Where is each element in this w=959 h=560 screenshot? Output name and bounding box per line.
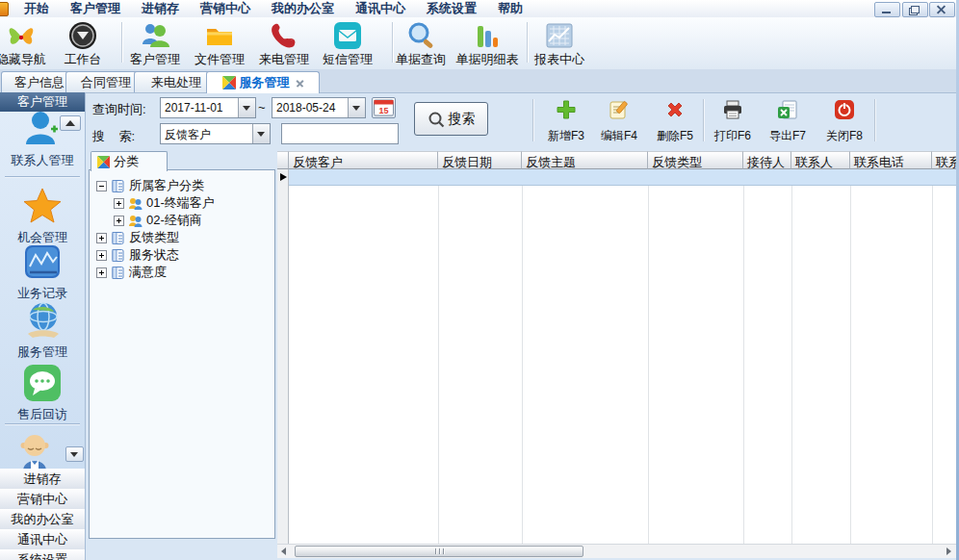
printer-icon <box>721 98 744 121</box>
column-header-contact-truncated[interactable]: 联系 <box>932 151 959 169</box>
selected-empty-row[interactable] <box>289 169 956 186</box>
column-header-feedback-type[interactable]: 反馈类型 <box>648 151 743 169</box>
main-toolbar: 隐藏导航 工作台 客户管理 文件管理 来电管理 短信管理 单据查询 <box>0 17 959 69</box>
phone-icon <box>269 20 299 51</box>
toolbar-doc-detail-button[interactable]: 单据明细表 <box>451 20 524 66</box>
contact-person-icon <box>21 108 64 150</box>
toolbar-customer-mgmt-button[interactable]: 客户管理 <box>125 20 185 66</box>
menu-item-communication[interactable]: 通讯中心 <box>345 0 416 17</box>
bar-chart-icon <box>472 20 503 51</box>
toolbar-separator <box>121 22 123 63</box>
star-icon <box>21 185 64 227</box>
folder-icon <box>204 20 235 51</box>
tab-service-mgmt[interactable]: 服务管理 <box>206 71 320 93</box>
expand-icon[interactable] <box>114 198 124 209</box>
navigation-sidebar: 客户管理 联系人管理 机会管理 业务记录 服务管理 售后回访 进销存 <box>0 92 86 560</box>
sidebar-group-header-marketing[interactable]: 营销中心 <box>0 489 85 510</box>
results-grid-background <box>277 151 956 544</box>
close-form-button[interactable]: 关闭F8 <box>820 98 868 144</box>
scrollbar-thumb[interactable] <box>295 546 583 557</box>
toolbar-sms-button[interactable]: 短信管理 <box>318 20 377 66</box>
dropdown-arrow-icon[interactable] <box>252 124 270 143</box>
calendar-picker-button[interactable]: 15 <box>372 97 396 118</box>
svg-text:15: 15 <box>378 106 388 115</box>
toolbar-workbench-button[interactable]: 工作台 <box>53 20 113 66</box>
sidebar-group-header-inventory[interactable]: 进销存 <box>0 469 85 490</box>
tree-node-customer-category[interactable]: 所属客户分类 <box>96 177 204 194</box>
menu-bar: 开始 客户管理 进销存 营销中心 我的办公室 通讯中心 系统设置 帮助 <box>0 0 959 18</box>
category-list-icon <box>111 266 125 280</box>
search-label: 搜 索: <box>92 128 135 145</box>
menu-item-system-settings[interactable]: 系统设置 <box>416 0 487 17</box>
search-field-combobox[interactable]: 反馈客户 <box>160 123 271 144</box>
dropdown-arrow-icon[interactable] <box>238 98 255 117</box>
tree-tab-category[interactable]: 分类 <box>91 151 168 171</box>
search-keyword-input[interactable] <box>281 123 399 144</box>
magnifier-icon <box>405 20 436 51</box>
toolbar-report-center-button[interactable]: 报表中心 <box>530 20 589 66</box>
sidebar-item-business-records[interactable]: 业务记录 <box>0 241 85 302</box>
toolbar-incoming-call-button[interactable]: 来电管理 <box>254 20 314 66</box>
sidebar-scroll-down-button[interactable] <box>65 446 84 462</box>
expand-icon[interactable] <box>96 267 107 278</box>
scroll-right-button[interactable] <box>942 545 956 558</box>
menu-item-marketing[interactable]: 营销中心 <box>190 0 261 17</box>
column-header-feedback-subject[interactable]: 反馈主题 <box>522 151 648 169</box>
column-header-receptionist[interactable]: 接待人 <box>743 151 791 169</box>
print-button[interactable]: 打印F6 <box>709 98 757 144</box>
dropdown-arrow-icon[interactable] <box>348 98 365 117</box>
customers-icon <box>140 20 170 51</box>
expand-icon[interactable] <box>96 250 107 261</box>
menu-item-inventory[interactable]: 进销存 <box>131 0 190 17</box>
restore-button[interactable] <box>902 2 928 17</box>
sidebar-group-header-communication[interactable]: 通讯中心 <box>0 529 85 550</box>
colorful-pinwheel-icon <box>97 156 110 168</box>
sidebar-item-after-sales-callback[interactable]: 售后回访 <box>0 362 85 423</box>
menu-item-customer-mgmt[interactable]: 客户管理 <box>60 0 131 17</box>
menu-item-my-office[interactable]: 我的办公室 <box>261 0 345 17</box>
category-list-icon <box>111 179 125 193</box>
tree-node-feedback-type[interactable]: 反馈类型 <box>96 229 179 246</box>
sidebar-group-header-my-office[interactable]: 我的办公室 <box>0 509 85 530</box>
tree-node-terminal-customers[interactable]: 01-终端客户 <box>114 194 215 212</box>
category-list-icon <box>111 231 125 245</box>
expand-icon[interactable] <box>96 233 107 243</box>
query-time-label: 查询时间: <box>92 101 146 118</box>
toolbar-doc-query-button[interactable]: 单据查询 <box>390 20 452 66</box>
search-button[interactable]: 搜索 <box>414 102 488 136</box>
tree-node-satisfaction[interactable]: 满意度 <box>96 264 167 281</box>
sidebar-group-header-system-settings[interactable]: 系统设置 <box>0 549 85 560</box>
column-header-contact[interactable]: 联系人 <box>791 151 850 169</box>
clock-icon <box>67 20 98 51</box>
edit-button[interactable]: 编辑F4 <box>595 98 643 144</box>
export-button[interactable]: 导出F7 <box>764 98 812 144</box>
delete-button[interactable]: 删除F5 <box>651 98 699 144</box>
menu-item-start[interactable]: 开始 <box>13 0 60 17</box>
minimize-button[interactable] <box>874 2 900 17</box>
close-button[interactable] <box>929 2 955 17</box>
add-button[interactable]: 新增F3 <box>542 98 590 144</box>
expand-icon[interactable] <box>114 216 124 226</box>
sidebar-item-opportunity-mgmt[interactable]: 机会管理 <box>0 185 85 246</box>
column-header-feedback-date[interactable]: 反馈日期 <box>438 151 522 169</box>
search-icon <box>428 111 445 128</box>
tree-node-service-status[interactable]: 服务状态 <box>96 246 179 264</box>
horizontal-scrollbar[interactable] <box>277 544 956 558</box>
grid-header-indicator <box>277 151 289 169</box>
column-header-feedback-customer[interactable]: 反馈客户 <box>289 151 438 169</box>
toolbar-hide-nav-button[interactable]: 隐藏导航 <box>0 20 56 66</box>
collapse-icon[interactable] <box>96 181 107 191</box>
category-list-icon <box>111 248 125 263</box>
date-from-combobox[interactable]: 2017-11-01 <box>160 97 256 118</box>
scroll-left-button[interactable] <box>277 545 292 558</box>
panel-separator <box>874 99 876 141</box>
sidebar-item-service-mgmt[interactable]: 服务管理 <box>0 299 85 361</box>
date-to-combobox[interactable]: 2018-05-24 <box>272 97 366 118</box>
sidebar-item-contact-mgmt[interactable]: 联系人管理 <box>0 108 85 169</box>
edit-notepad-icon <box>608 98 631 121</box>
tree-node-distributors[interactable]: 02-经销商 <box>114 212 202 229</box>
menu-item-help[interactable]: 帮助 <box>487 0 533 17</box>
toolbar-file-mgmt-button[interactable]: 文件管理 <box>190 20 249 66</box>
tab-close-icon[interactable] <box>296 79 304 88</box>
column-header-contact-phone[interactable]: 联系电话 <box>850 151 932 169</box>
